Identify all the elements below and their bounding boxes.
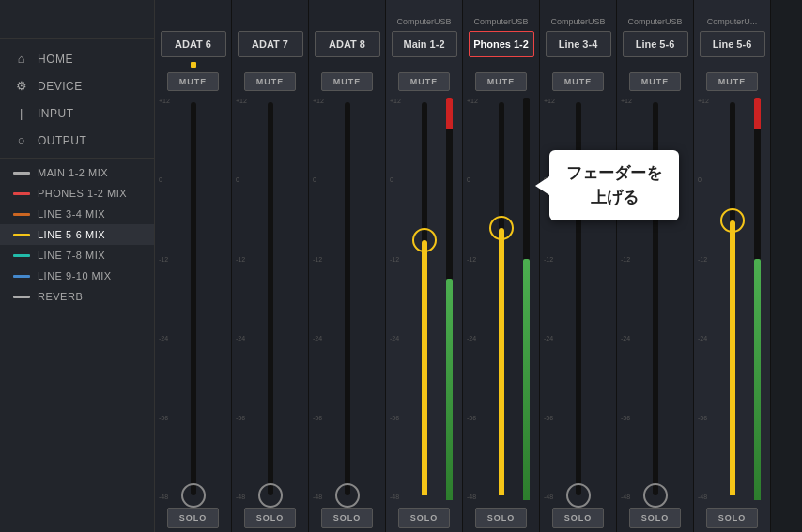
mix-label-main12: MAIN 1-2 MIX bbox=[38, 167, 108, 178]
nav-icon-output: ○ bbox=[13, 133, 30, 147]
ch-solo-adat8[interactable]: SOLO bbox=[321, 508, 373, 528]
ch-top-label-line56b: ComputerU... bbox=[694, 0, 770, 28]
ch-top-label-line56: ComputerUSB bbox=[617, 0, 693, 28]
ch-scale-adat7: +120-12-24-36-48 bbox=[236, 98, 247, 500]
ch-fader-wrap-line56b[interactable] bbox=[727, 102, 738, 495]
ch-fader-knob-phones12[interactable] bbox=[489, 216, 514, 240]
channel-strip-line34: ComputerUSBLine 3-4MUTE+120-12-24-36-48S… bbox=[540, 0, 617, 532]
channel-strip-line56: ComputerUSBLine 5-6MUTE+120-12-24-36-48S… bbox=[617, 0, 694, 532]
ch-mute-main12[interactable]: MUTE bbox=[398, 72, 450, 91]
mix-item-line78[interactable]: LINE 7-8 MIX bbox=[0, 245, 154, 266]
ch-scale-phones12: +120-12-24-36-48 bbox=[467, 98, 478, 500]
sidebar-item-output[interactable]: ○OUTPUT bbox=[0, 127, 154, 154]
ch-mute-adat8[interactable]: MUTE bbox=[321, 72, 373, 91]
mix-item-main12[interactable]: MAIN 1-2 MIX bbox=[0, 162, 154, 183]
ch-mute-line56[interactable]: MUTE bbox=[629, 72, 681, 91]
ch-name-adat7[interactable]: ADAT 7 bbox=[238, 31, 303, 57]
ch-solo-main12[interactable]: SOLO bbox=[398, 508, 450, 528]
channel-strip-line56b: ComputerU...Line 5-6MUTE+120-12-24-36-48… bbox=[694, 0, 771, 532]
mix-label-phones12: PHONES 1-2 MIX bbox=[38, 188, 127, 199]
ch-fader-section-line56b: +120-12-24-36-48 bbox=[694, 98, 770, 500]
sidebar-nav: ⌂HOME⚙DEVICE|INPUT○OUTPUT MAIN 1-2 MIXPH… bbox=[0, 39, 154, 312]
ch-mute-line34[interactable]: MUTE bbox=[552, 72, 604, 91]
ch-indicator-line56 bbox=[653, 62, 658, 68]
ch-top-label-adat6 bbox=[155, 0, 231, 28]
ch-fader-section-phones12: +120-12-24-36-48 bbox=[463, 98, 539, 500]
mix-color-line910 bbox=[13, 275, 30, 278]
ch-fader-section-adat8: +120-12-24-36-48 bbox=[309, 98, 385, 500]
ch-mute-adat7[interactable]: MUTE bbox=[244, 72, 296, 91]
callout-arrow bbox=[535, 176, 549, 195]
ch-fader-wrap-adat7[interactable] bbox=[265, 102, 276, 495]
ch-meter-line56b bbox=[754, 98, 761, 500]
callout-line1: フェーダーを bbox=[566, 164, 662, 182]
mix-label-line78: LINE 7-8 MIX bbox=[38, 250, 105, 261]
ch-name-line56b[interactable]: Line 5-6 bbox=[700, 31, 765, 57]
callout-tooltip: フェーダーを上げる bbox=[549, 150, 679, 220]
sidebar-item-home[interactable]: ⌂HOME bbox=[0, 45, 154, 72]
ch-scale-adat6: +120-12-24-36-48 bbox=[159, 98, 170, 500]
ch-top-label-adat8 bbox=[309, 0, 385, 28]
ch-name-adat8[interactable]: ADAT 8 bbox=[315, 31, 380, 57]
callout-line2: 上げる bbox=[591, 189, 639, 206]
ch-fader-wrap-phones12[interactable] bbox=[496, 102, 507, 495]
ch-top-label-line34: ComputerUSB bbox=[540, 0, 616, 28]
mix-label-reverb: REVERB bbox=[38, 291, 83, 302]
nav-icon-input: | bbox=[13, 106, 30, 120]
ch-mute-adat6[interactable]: MUTE bbox=[167, 72, 219, 91]
ch-indicator-adat6 bbox=[191, 62, 196, 68]
logo-area bbox=[0, 0, 154, 39]
ch-fader-knob-line56b[interactable] bbox=[720, 208, 745, 233]
ch-fader-knob-line56[interactable] bbox=[643, 483, 668, 508]
ch-solo-adat7[interactable]: SOLO bbox=[244, 508, 296, 528]
ch-top-label-main12: ComputerUSB bbox=[386, 0, 462, 28]
ch-fader-wrap-adat6[interactable] bbox=[188, 102, 199, 495]
ch-solo-line56b[interactable]: SOLO bbox=[706, 508, 758, 528]
ch-indicator-phones12 bbox=[499, 62, 504, 68]
mix-item-line56[interactable]: LINE 5-6 MIX bbox=[0, 224, 154, 245]
mix-label-line910: LINE 9-10 MIX bbox=[38, 270, 112, 281]
sidebar-item-device[interactable]: ⚙DEVICE bbox=[0, 72, 154, 99]
channel-strip-main12: ComputerUSBMain 1-2MUTE+120-12-24-36-48S… bbox=[386, 0, 463, 532]
ch-name-line34[interactable]: Line 3-4 bbox=[546, 31, 611, 57]
ch-fader-knob-line34[interactable] bbox=[566, 483, 591, 508]
ch-solo-phones12[interactable]: SOLO bbox=[475, 508, 527, 528]
ch-fader-knob-adat7[interactable] bbox=[258, 483, 283, 508]
ch-fader-knob-main12[interactable] bbox=[412, 228, 437, 252]
main-content: ADAT 6MUTE+120-12-24-36-48SOLOADAT 7MUTE… bbox=[155, 0, 802, 532]
nav-label-input: INPUT bbox=[38, 107, 74, 120]
nav-label-device: DEVICE bbox=[38, 80, 83, 93]
ch-fader-knob-adat8[interactable] bbox=[335, 483, 360, 508]
channel-strip-phones12: ComputerUSBPhones 1-2MUTE+120-12-24-36-4… bbox=[463, 0, 540, 532]
mix-color-line56 bbox=[13, 234, 30, 236]
sidebar-item-input[interactable]: |INPUT bbox=[0, 99, 154, 127]
mix-item-reverb[interactable]: REVERB bbox=[0, 286, 154, 307]
ch-solo-line34[interactable]: SOLO bbox=[552, 508, 604, 528]
ch-mute-line56b[interactable]: MUTE bbox=[706, 72, 758, 91]
ch-name-line56[interactable]: Line 5-6 bbox=[623, 31, 688, 57]
ch-scale-line56b: +120-12-24-36-48 bbox=[698, 98, 709, 500]
ch-meter-main12 bbox=[446, 98, 453, 500]
ch-name-phones12[interactable]: Phones 1-2 bbox=[469, 31, 534, 57]
channel-strip-adat6: ADAT 6MUTE+120-12-24-36-48SOLO bbox=[155, 0, 232, 532]
ch-fader-knob-adat6[interactable] bbox=[181, 483, 206, 508]
ch-solo-line56[interactable]: SOLO bbox=[629, 508, 681, 528]
ch-fader-wrap-adat8[interactable] bbox=[342, 102, 353, 495]
channel-strip-adat7: ADAT 7MUTE+120-12-24-36-48SOLO bbox=[232, 0, 309, 532]
ch-name-adat6[interactable]: ADAT 6 bbox=[161, 31, 226, 57]
ch-solo-adat6[interactable]: SOLO bbox=[167, 508, 219, 528]
channel-strip-adat8: ADAT 8MUTE+120-12-24-36-48SOLO bbox=[309, 0, 386, 532]
ch-indicator-line56b bbox=[730, 62, 735, 68]
mix-color-line78 bbox=[13, 254, 30, 257]
ch-name-main12[interactable]: Main 1-2 bbox=[392, 31, 457, 57]
mix-color-line34 bbox=[13, 213, 30, 216]
ch-mute-phones12[interactable]: MUTE bbox=[475, 72, 527, 91]
mix-item-line34[interactable]: LINE 3-4 MIX bbox=[0, 204, 154, 224]
mix-color-reverb bbox=[13, 296, 30, 298]
ch-indicator-main12 bbox=[422, 62, 427, 68]
mix-item-line910[interactable]: LINE 9-10 MIX bbox=[0, 266, 154, 286]
ch-indicator-adat8 bbox=[345, 62, 350, 68]
mix-label-line34: LINE 3-4 MIX bbox=[38, 208, 105, 220]
mix-item-phones12[interactable]: PHONES 1-2 MIX bbox=[0, 183, 154, 204]
ch-fader-wrap-main12[interactable] bbox=[419, 102, 430, 495]
